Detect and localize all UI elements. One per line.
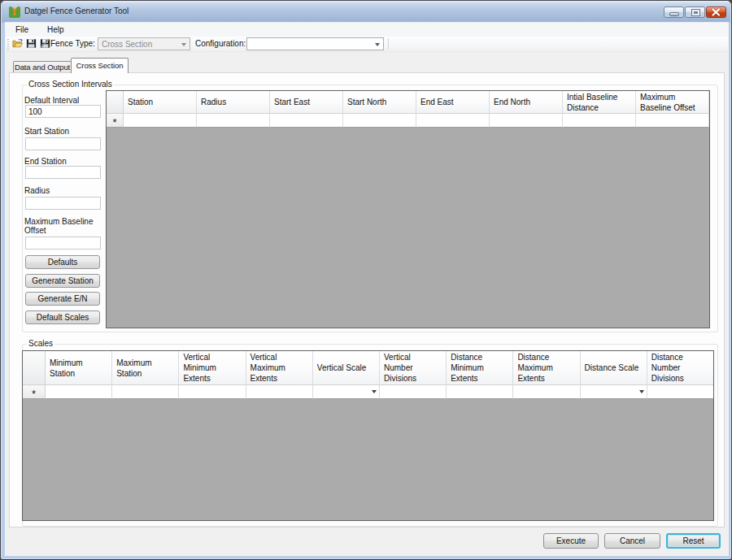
new-row-cell-start-north[interactable] xyxy=(343,114,416,128)
toolbar: Fence Type: Cross Section Configuration: xyxy=(6,37,728,52)
column-header-end-north[interactable]: End North xyxy=(490,91,563,114)
open-file-button[interactable] xyxy=(12,38,23,49)
new-row-cell-radius[interactable] xyxy=(197,114,270,128)
fence-type-value: Cross Section xyxy=(102,38,152,50)
grid-corner-cell[interactable] xyxy=(23,351,46,385)
field-input-radius[interactable] xyxy=(25,197,101,210)
execute-button[interactable]: Execute xyxy=(543,533,599,549)
column-header-station[interactable]: Station xyxy=(124,91,197,114)
new-row-cell-vertical-minimum-extents[interactable] xyxy=(179,385,246,399)
cell-dropdown-icon[interactable] xyxy=(639,390,644,393)
column-header-vertical-scale[interactable]: Vertical Scale xyxy=(313,351,380,385)
restore-icon xyxy=(692,10,699,15)
menu-file[interactable]: File xyxy=(11,23,33,37)
column-header-distance-maximum-extents[interactable]: Distance Maximum Extents xyxy=(513,351,580,385)
column-header-label: Intial Baseline Distance xyxy=(567,92,630,113)
toolbar-separator xyxy=(388,38,389,50)
new-row-cell-intial-baseline-distance[interactable] xyxy=(563,114,636,128)
column-header-label: Distance Number Divisions xyxy=(651,352,708,384)
defaults-button[interactable]: Defaults xyxy=(25,255,100,269)
column-header-end-east[interactable]: End East xyxy=(416,91,490,114)
minimize-icon xyxy=(670,13,678,15)
new-row-cell-end-east[interactable] xyxy=(416,114,490,128)
column-header-maximum-station[interactable]: Maximum Station xyxy=(112,351,179,385)
column-header-label: End North xyxy=(494,97,530,107)
field-input-end-station[interactable] xyxy=(25,166,101,179)
new-row-header[interactable]: * xyxy=(107,114,124,128)
column-header-maximum-baseline-offset[interactable]: Maximum Baseline Offset xyxy=(636,91,709,114)
configuration-combobox[interactable] xyxy=(246,37,384,50)
generate-e-n-button[interactable]: Generate E/N xyxy=(25,292,100,306)
new-row-cell-vertical-maximum-extents[interactable] xyxy=(246,385,313,399)
new-row-cell-end-north[interactable] xyxy=(490,114,563,128)
tab-cross-section[interactable]: Cross Section xyxy=(71,58,129,73)
column-header-label: End East xyxy=(420,97,454,107)
column-header-intial-baseline-distance[interactable]: Intial Baseline Distance xyxy=(563,91,636,114)
column-header-label: Station xyxy=(128,97,153,107)
save-button[interactable] xyxy=(26,38,37,49)
column-header-vertical-number-divisions[interactable]: Vertical Number Divisions xyxy=(380,351,447,385)
new-row-cell-station[interactable] xyxy=(124,114,197,128)
new-row-cell-start-east[interactable] xyxy=(270,114,343,128)
column-header-label: Distance Maximum Extents xyxy=(517,352,573,384)
cross-section-tabpage: Cross Section Intervals Default Interval… xyxy=(9,72,725,527)
window-title: Datgel Fence Generator Tool xyxy=(24,7,129,15)
close-icon xyxy=(707,7,725,17)
app-window: Datgel Fence Generator Tool File Help xyxy=(0,0,732,560)
column-header-vertical-maximum-extents[interactable]: Vertical Maximum Extents xyxy=(246,351,313,385)
new-row-header[interactable]: * xyxy=(23,385,46,399)
restore-button[interactable] xyxy=(685,7,705,18)
new-row-cell-vertical-scale[interactable] xyxy=(313,385,380,399)
field-input-start-station[interactable] xyxy=(25,137,101,150)
column-header-label: Vertical Maximum Extents xyxy=(251,352,307,384)
column-header-distance-number-divisions[interactable]: Distance Number Divisions xyxy=(647,351,714,385)
column-header-radius[interactable]: Radius xyxy=(197,91,270,114)
column-header-distance-scale[interactable]: Distance Scale xyxy=(581,351,647,385)
new-row-cell-maximum-baseline-offset[interactable] xyxy=(636,114,709,128)
field-input-maximum-baseline-offset[interactable] xyxy=(25,237,101,250)
titlebar[interactable]: Datgel Fence Generator Tool xyxy=(2,1,730,23)
configuration-dropdown-icon xyxy=(375,43,380,46)
cross-section-intervals-grid: StationRadiusStart EastStart NorthEnd Ea… xyxy=(106,90,710,328)
column-header-vertical-minimum-extents[interactable]: Vertical Minimum Extents xyxy=(179,351,246,385)
column-header-label: Maximum Baseline Offset xyxy=(640,92,704,113)
column-header-label: Minimum Station xyxy=(50,358,106,379)
save-as-button[interactable] xyxy=(40,38,50,49)
new-row-cell-distance-maximum-extents[interactable] xyxy=(513,385,580,399)
new-row-cell-maximum-station[interactable] xyxy=(112,385,179,399)
reset-button[interactable]: Reset xyxy=(666,533,721,549)
new-row-cell-distance-number-divisions[interactable] xyxy=(647,385,714,399)
field-label-end-station: End Station xyxy=(24,157,106,166)
generate-station-button[interactable]: Generate Station xyxy=(25,274,100,288)
column-header-label: Distance Scale xyxy=(585,362,639,373)
fence-type-label: Fence Type: xyxy=(50,37,95,52)
column-header-label: Radius xyxy=(201,97,226,107)
field-label-start-station: Start Station xyxy=(24,127,106,136)
column-header-label: Start East xyxy=(274,97,310,107)
column-header-label: Maximum Station xyxy=(116,358,172,379)
cancel-button[interactable]: Cancel xyxy=(604,533,660,549)
new-row-cell-vertical-number-divisions[interactable] xyxy=(380,385,447,399)
client-area: File Help xyxy=(6,23,728,555)
new-row-cell-distance-minimum-extents[interactable] xyxy=(447,385,513,399)
scales-group-title: Scales xyxy=(27,339,54,348)
default-scales-button[interactable]: Default Scales xyxy=(25,310,100,324)
tab-data-and-output[interactable]: Data and Output xyxy=(13,61,72,72)
menu-help[interactable]: Help xyxy=(42,23,69,37)
column-header-distance-minimum-extents[interactable]: Distance Minimum Extents xyxy=(447,351,513,385)
grid-corner-cell[interactable] xyxy=(107,91,124,114)
scales-grid: Minimum StationMaximum StationVertical M… xyxy=(22,350,714,521)
close-button[interactable] xyxy=(706,7,726,18)
field-label-radius: Radius xyxy=(24,186,106,195)
fence-type-combobox[interactable]: Cross Section xyxy=(98,37,190,50)
cell-dropdown-icon[interactable] xyxy=(372,390,377,393)
column-header-start-north[interactable]: Start North xyxy=(343,91,416,114)
new-row-cell-minimum-station[interactable] xyxy=(46,385,112,399)
new-row-cell-distance-scale[interactable] xyxy=(581,385,647,399)
configuration-label: Configuration: xyxy=(195,37,246,52)
field-input-default-interval[interactable] xyxy=(25,105,101,118)
column-header-start-east[interactable]: Start East xyxy=(270,91,343,114)
column-header-minimum-station[interactable]: Minimum Station xyxy=(46,351,112,385)
column-header-label: Start North xyxy=(347,97,386,107)
minimize-button[interactable] xyxy=(664,7,684,18)
